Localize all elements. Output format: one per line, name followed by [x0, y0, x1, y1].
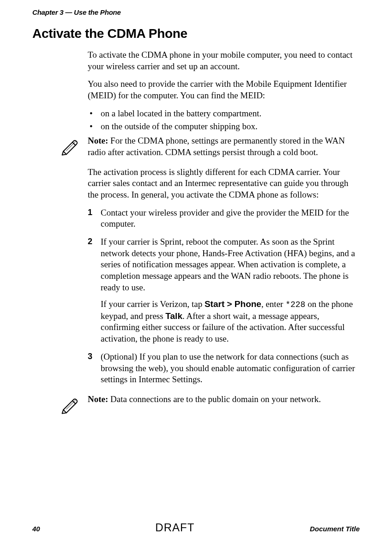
note-text: Note: For the CDMA phone, settings are p… [88, 135, 360, 158]
document-title: Document Title [310, 525, 360, 533]
code-text: *228 [285, 300, 305, 309]
step-number: 3 [88, 351, 92, 362]
list-item: 2 If your carrier is Sprint, reboot the … [88, 236, 360, 345]
note-label: Note: [88, 136, 108, 145]
page-footer: 40 DRAFT Document Title [32, 521, 360, 534]
step-subparagraph: If your carrier is Verizon, tap Start > … [101, 299, 360, 344]
numbered-list: 1 Contact your wireless provider and giv… [88, 207, 360, 385]
page: Chapter 3 — Use the Phone Activate the C… [0, 0, 392, 547]
step-text: If your carrier is Sprint, reboot the co… [101, 237, 355, 292]
ui-path: Start > Phone [205, 299, 261, 309]
pencil-note-icon [59, 136, 78, 156]
paragraph: The activation process is slightly diffe… [88, 167, 360, 201]
bullet-item: on the outside of the computer shipping … [88, 121, 360, 132]
text-fragment: , enter [261, 299, 285, 309]
step-number: 2 [88, 236, 92, 247]
note-body: For the CDMA phone, settings are permane… [88, 136, 345, 157]
note-body: Data connections are to the public domai… [108, 394, 321, 404]
note-label: Note: [88, 394, 108, 404]
list-item: 3 (Optional) If you plan to use the netw… [88, 351, 360, 385]
bullet-item: on a label located in the battery compar… [88, 108, 360, 120]
ui-label: Talk [165, 311, 182, 321]
chapter-header: Chapter 3 — Use the Phone [32, 8, 360, 16]
note-block: Note: For the CDMA phone, settings are p… [88, 135, 360, 158]
step-text: (Optional) If you plan to use the networ… [101, 352, 355, 384]
draft-watermark: DRAFT [155, 521, 194, 534]
section-title: Activate the CDMA Phone [32, 26, 360, 41]
list-item: 1 Contact your wireless provider and giv… [88, 207, 360, 230]
paragraph: You also need to provide the carrier wit… [88, 78, 360, 101]
bullet-list: on a label located in the battery compar… [88, 108, 360, 132]
body-content: To activate the CDMA phone in your mobil… [88, 49, 360, 405]
text-fragment: If your carrier is Verizon, tap [101, 299, 205, 309]
note-text: Note: Data connections are to the public… [88, 394, 360, 405]
step-text: Contact your wireless provider and give … [101, 208, 349, 229]
page-number: 40 [32, 525, 40, 533]
note-block: Note: Data connections are to the public… [88, 394, 360, 405]
paragraph: To activate the CDMA phone in your mobil… [88, 49, 360, 72]
pencil-note-icon [59, 395, 78, 414]
step-number: 1 [88, 207, 92, 218]
